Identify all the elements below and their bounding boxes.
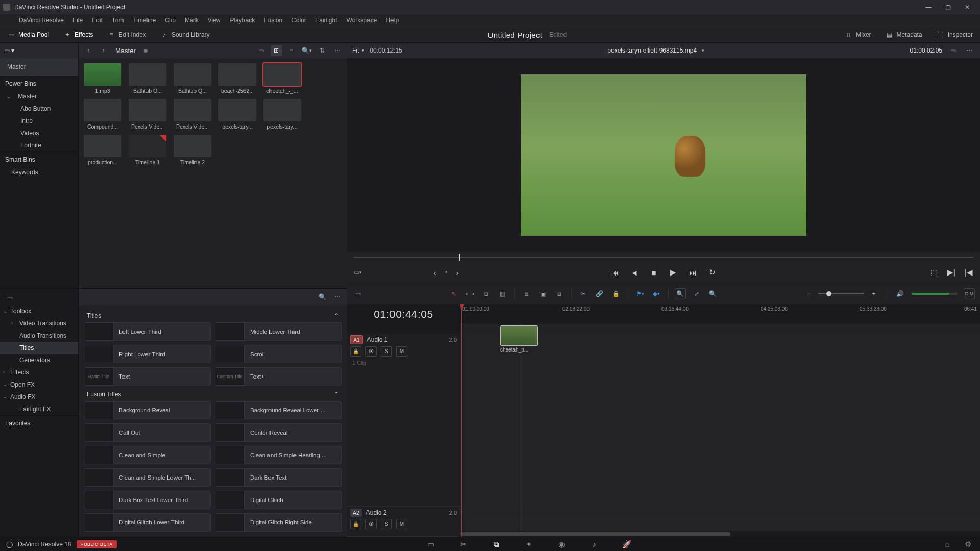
view-thumb-icon[interactable]: ⊞: [271, 45, 282, 56]
jump-start-icon[interactable]: |◀: [963, 266, 975, 279]
bin-color-dot[interactable]: [144, 49, 148, 53]
blade-all-icon[interactable]: ✂: [578, 288, 589, 299]
tree-effects[interactable]: ›Effects: [0, 366, 78, 379]
tab-media-pool[interactable]: ▭ Media Pool: [0, 28, 56, 42]
media-item[interactable]: Timeline 1: [128, 135, 167, 165]
tab-metadata[interactable]: ▤ Metadata: [878, 28, 929, 42]
bin-fwd[interactable]: ›: [98, 45, 109, 56]
tree-titles[interactable]: Titles: [0, 342, 78, 354]
viewer-scrubber[interactable]: [353, 253, 974, 261]
window-close[interactable]: ✕: [958, 1, 977, 14]
power-bin-master[interactable]: ⌄ Master: [0, 90, 78, 103]
power-bins-header[interactable]: Power Bins: [0, 76, 78, 90]
track-record-a1[interactable]: ⦿: [365, 346, 377, 357]
timeline-view-options-icon[interactable]: ▭: [352, 288, 363, 299]
bin-abo-button[interactable]: Abo Button: [0, 103, 78, 115]
track-mute-a2[interactable]: M: [396, 519, 407, 529]
fusion-title-preset[interactable]: Call Out: [84, 423, 211, 442]
selection-tool-icon[interactable]: ↖: [448, 288, 459, 299]
nav-next-icon[interactable]: ›: [451, 266, 463, 279]
bin-layout-toggle[interactable]: ▭ ▾: [0, 43, 78, 58]
tree-favorites[interactable]: Favorites: [0, 415, 78, 431]
page-fusion-icon[interactable]: ✦: [523, 539, 535, 549]
media-item[interactable]: Bathtub O...: [128, 63, 167, 94]
view-list-icon[interactable]: ≡: [286, 45, 297, 56]
chevron-down-icon[interactable]: ▾: [702, 48, 704, 53]
effects-more-icon[interactable]: ⋯: [332, 291, 343, 303]
title-preset[interactable]: Basic TitleText: [84, 367, 211, 386]
viewer-clip-name[interactable]: pexels-taryn-elliott-9683115.mp4: [607, 47, 697, 54]
tree-video-transitions[interactable]: ›Video Transitions: [0, 317, 78, 330]
view-filmstrip-icon[interactable]: ▭: [255, 45, 266, 56]
menu-mark[interactable]: Mark: [180, 15, 203, 26]
tab-effects[interactable]: ✦ Effects: [56, 28, 100, 42]
group-fusion-titles[interactable]: Fusion Titles ⌃: [84, 386, 342, 401]
bin-intro[interactable]: Intro: [0, 115, 78, 127]
menu-trim[interactable]: Trim: [107, 15, 129, 26]
blade-tool-icon[interactable]: ▥: [497, 288, 508, 299]
bin-fortnite[interactable]: Fortnite: [0, 139, 78, 152]
timeline-timecode[interactable]: 01:00:44:05: [347, 304, 460, 324]
zoom-slider[interactable]: [818, 293, 864, 294]
viewer-more-icon[interactable]: ⋯: [964, 45, 975, 56]
window-minimize[interactable]: —: [919, 1, 938, 14]
media-item[interactable]: Bathtub Q...: [173, 63, 212, 94]
tree-openfx[interactable]: ⌄Open FX: [0, 379, 78, 391]
viewer-canvas[interactable]: [347, 58, 980, 252]
media-item[interactable]: Timeline 2: [173, 135, 212, 165]
track-solo-a2[interactable]: S: [381, 519, 392, 529]
sort-icon[interactable]: ⇅: [316, 45, 328, 56]
bin-videos[interactable]: Videos: [0, 127, 78, 139]
window-maximize[interactable]: ▢: [938, 1, 958, 14]
page-media-icon[interactable]: ▭: [425, 539, 437, 549]
media-item[interactable]: cheetah_-_...: [262, 63, 302, 94]
viewer-options-icon[interactable]: ▭ ▾: [352, 267, 363, 278]
flag-icon[interactable]: ⚑ ▾: [634, 288, 646, 299]
menu-help[interactable]: Help: [381, 15, 403, 26]
media-item[interactable]: pexels-tary...: [262, 99, 302, 130]
menu-fusion[interactable]: Fusion: [259, 15, 287, 26]
jump-end-icon[interactable]: ▶|: [945, 266, 958, 279]
menu-dvr[interactable]: DaVinci Resolve: [14, 15, 68, 26]
track-mute-a1[interactable]: M: [396, 346, 407, 357]
tree-generators[interactable]: Generators: [0, 354, 78, 366]
match-frame-icon[interactable]: ⬚: [928, 266, 940, 279]
tree-audiofx[interactable]: ⌄Audio FX: [0, 391, 78, 403]
fusion-title-preset[interactable]: Clean and Simple Lower Th...: [84, 468, 211, 487]
tree-toolbox[interactable]: ⌄Toolbox: [0, 305, 78, 317]
lock-icon[interactable]: 🔒: [610, 288, 622, 299]
fusion-title-preset[interactable]: Center Reveal: [215, 423, 342, 442]
menu-color[interactable]: Color: [287, 15, 311, 26]
fusion-title-preset[interactable]: Digital Glitch Right Side: [215, 513, 342, 532]
menu-fairlight[interactable]: Fairlight: [311, 15, 342, 26]
media-item[interactable]: beach-2562...: [217, 63, 257, 94]
play-icon[interactable]: ▶: [667, 266, 679, 279]
zoom-in-icon[interactable]: +: [868, 288, 879, 299]
menu-playback[interactable]: Playback: [225, 15, 259, 26]
menu-clip[interactable]: Clip: [160, 15, 180, 26]
insert-clip-icon[interactable]: ⧈: [521, 288, 532, 299]
media-item[interactable]: production...: [83, 135, 122, 165]
volume-icon[interactable]: 🔊: [894, 288, 905, 299]
track-solo-a1[interactable]: S: [381, 346, 392, 357]
first-frame-icon[interactable]: ⏮: [609, 266, 621, 279]
page-fairlight-icon[interactable]: ♪: [588, 539, 600, 549]
effects-layout-icon[interactable]: ▭: [4, 292, 15, 304]
smart-bins-header[interactable]: Smart Bins: [0, 152, 78, 166]
media-item[interactable]: 1.mp3: [83, 63, 122, 94]
fusion-title-preset[interactable]: Digital Glitch: [215, 491, 342, 509]
track-lock-a1[interactable]: 🔒: [350, 346, 361, 357]
track-header-a2[interactable]: A2 Audio 2 2.0 🔒 ⦿ S M: [347, 507, 460, 537]
title-preset[interactable]: Left Lower Third: [84, 322, 211, 341]
title-preset[interactable]: Custom TitleText+: [215, 367, 342, 386]
dim-toggle[interactable]: DIM: [964, 288, 975, 299]
fusion-title-preset[interactable]: Digital Glitch Lower Third: [84, 513, 211, 532]
track-tag-a2[interactable]: A2: [350, 509, 362, 517]
tab-edit-index[interactable]: ≡ Edit Index: [101, 28, 153, 42]
page-cut-icon[interactable]: ✂: [457, 539, 470, 549]
smart-bin-keywords[interactable]: Keywords: [0, 166, 78, 179]
page-deliver-icon[interactable]: 🚀: [621, 539, 633, 549]
track-lane-a1[interactable]: [460, 334, 980, 511]
trim-tool-icon[interactable]: ⟷: [464, 288, 476, 299]
bin-back[interactable]: ‹: [83, 45, 94, 56]
